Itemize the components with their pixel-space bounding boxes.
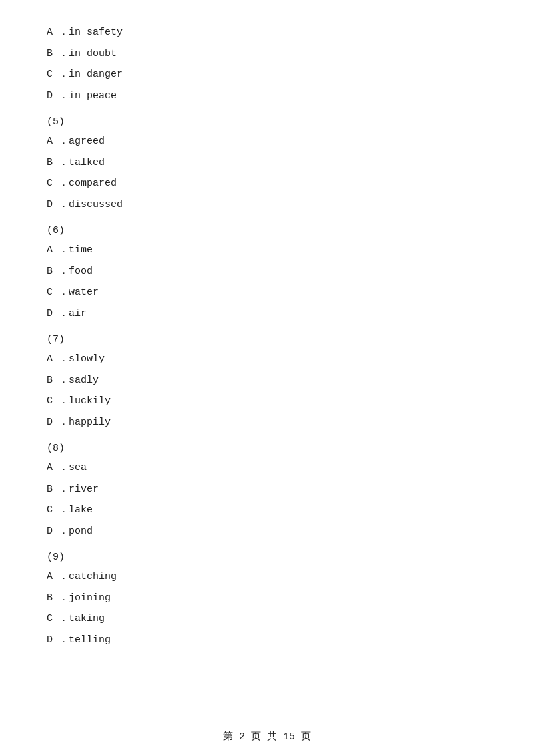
option-4-1: B ．river — [47, 481, 487, 498]
option-0-0: A ．in safety — [47, 24, 487, 41]
footer-text: 第 2 页 共 15 页 — [223, 731, 311, 743]
option-0-1: B ．in doubt — [47, 45, 487, 63]
main-content: A ．in safetyB ．in doubtC ．in dangerD ．in… — [0, 0, 534, 693]
option-4-0: A ．sea — [47, 459, 487, 477]
option-2-2: C ．water — [47, 284, 487, 301]
option-5-3: D ．telling — [47, 632, 487, 649]
question-number-4: (8) — [47, 443, 487, 454]
option-4-2: C ．lake — [47, 502, 487, 519]
option-3-3: D ．happily — [47, 414, 487, 431]
option-5-2: C ．taking — [47, 610, 487, 628]
option-0-3: D ．in peace — [47, 87, 487, 105]
option-1-2: C ．compared — [47, 175, 487, 192]
option-2-1: B ．food — [47, 263, 487, 280]
option-3-1: B ．sadly — [47, 372, 487, 389]
option-0-2: C ．in danger — [47, 66, 487, 83]
question-number-2: (6) — [47, 225, 487, 236]
option-1-1: B ．talked — [47, 154, 487, 172]
option-3-0: A ．slowly — [47, 351, 487, 368]
option-4-3: D ．pond — [47, 523, 487, 540]
option-2-3: D ．air — [47, 305, 487, 323]
page-footer: 第 2 页 共 15 页 — [0, 730, 534, 743]
option-1-3: D ．discussed — [47, 196, 487, 214]
option-1-0: A ．agreed — [47, 133, 487, 150]
option-2-0: A ．time — [47, 242, 487, 259]
question-number-3: (7) — [47, 334, 487, 345]
option-5-0: A ．catching — [47, 568, 487, 586]
option-3-2: C ．luckily — [47, 393, 487, 410]
option-5-1: B ．joining — [47, 590, 487, 607]
question-number-5: (9) — [47, 552, 487, 563]
question-number-1: (5) — [47, 116, 487, 128]
